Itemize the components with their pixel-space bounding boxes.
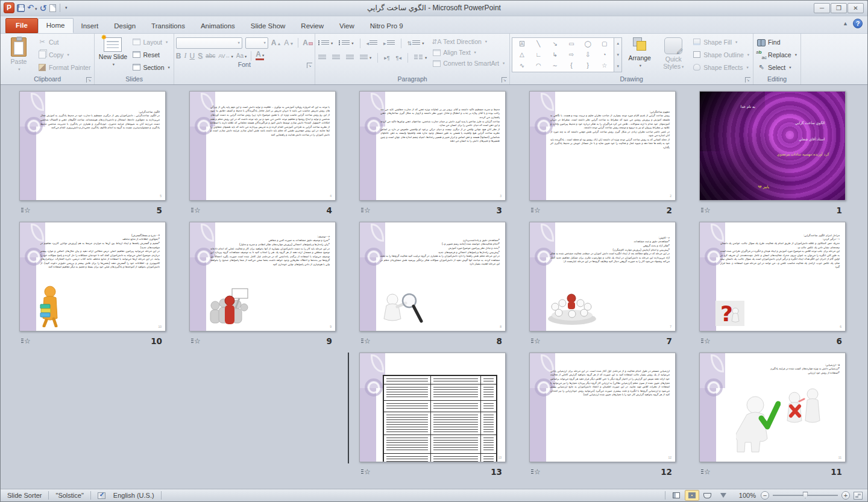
theme-status[interactable]: "Solstice" <box>49 489 90 501</box>
restore-button[interactable]: ❐ <box>831 3 847 13</box>
triangle-shape-icon[interactable]: △ <box>520 52 524 58</box>
slide-thumbnail-7[interactable]: ۲ - كاوش: *مشاهده‌ي دقيق و ثبت مشاهدات *… <box>529 222 676 331</box>
drawing-dialog-launcher[interactable]: ↘ <box>745 77 750 83</box>
new-document-icon[interactable] <box>49 4 56 12</box>
shapes-gallery[interactable]: A╲↘▭◯▢△∟↳⇨⇩◔∿◠∼{}☆ <box>512 37 614 72</box>
transition-star-icon[interactable]: ☆ <box>21 337 31 345</box>
transition-star-icon[interactable]: ☆ <box>701 468 711 475</box>
slide-thumbnail-3[interactable]: محيط و تجربه مستقيم تاكيد داشتند و آقاي … <box>359 91 506 201</box>
transition-star-icon[interactable]: ☆ <box>21 207 31 214</box>
section-button[interactable]: Section▾ <box>130 62 171 73</box>
tab-slide-show[interactable]: Slide Show <box>243 19 294 33</box>
grow-font-button[interactable]: A▲ <box>271 39 281 47</box>
arc-shape-icon[interactable]: ◠ <box>536 63 541 69</box>
down-arrow-shape-icon[interactable]: ⇩ <box>585 52 590 58</box>
slide-thumbnail-1[interactable]: به نام خداالگوي ساخت گرايياستاد:آقاي شعل… <box>699 91 846 201</box>
change-case-button[interactable]: Aa▾ <box>236 52 247 59</box>
slide-sorter-area[interactable]: به نام خداالگوي ساخت گرايياستاد:آقاي شعل… <box>1 85 867 489</box>
tab-nitro-pro-9[interactable]: Nitro Pro 9 <box>362 19 411 33</box>
tab-review[interactable]: Review <box>293 19 332 33</box>
increase-indent-button[interactable]: ▸ <box>382 39 396 48</box>
align-text-button[interactable]: Align Text▾ <box>430 48 506 58</box>
clear-formatting-button[interactable]: A <box>303 39 313 47</box>
shape-fill-button[interactable]: Shape Fill▾ <box>691 37 751 48</box>
fit-to-window-button[interactable] <box>854 492 863 500</box>
tab-home[interactable]: Home <box>38 18 74 33</box>
transition-star-icon[interactable]: ☆ <box>701 207 711 214</box>
scribble-shape-icon[interactable]: ∿ <box>520 63 524 69</box>
font-name-combo[interactable]: ▾ <box>176 37 242 49</box>
right-brace-shape-icon[interactable]: } <box>587 63 589 69</box>
align-center-button[interactable] <box>331 54 341 61</box>
slide-thumbnail-12[interactable]: ارزشيابي مستمر در طول انجام فعاليت و از … <box>529 353 676 462</box>
arrange-button[interactable]: Arrange▾ <box>623 35 656 69</box>
shape-outline-button[interactable]: Shape Outline▾ <box>691 49 751 60</box>
elbow-arrow-connector-shape-icon[interactable]: ↳ <box>552 52 557 58</box>
rtl-direction-button[interactable]: ¶◂ <box>395 54 403 62</box>
numbering-button[interactable]: ▾ <box>338 39 354 47</box>
shape-effects-button[interactable]: Shape Effects▾ <box>691 62 751 73</box>
star-shape-icon[interactable]: ☆ <box>602 63 607 69</box>
slide-thumbnail-6[interactable]: مراحل اجراي الگوي ساخت‌گرايي: ۱ - درگير … <box>699 222 846 331</box>
paragraph-dialog-launcher[interactable]: ↘ <box>502 77 507 83</box>
slide-thumbnail-5[interactable]: الگوي ساخت‌گرايي: در الگوي ساخت‌گرايي ، … <box>19 91 166 201</box>
rectangle-shape-icon[interactable]: ▭ <box>568 41 574 47</box>
oval-shape-icon[interactable]: ◯ <box>585 41 591 47</box>
transition-star-icon[interactable]: ☆ <box>701 337 711 345</box>
transition-star-icon[interactable]: ☆ <box>531 337 541 345</box>
zoom-slider-thumb[interactable] <box>803 492 808 498</box>
curve-shape-icon[interactable]: ∼ <box>552 63 557 69</box>
font-size-combo[interactable]: ▾ <box>245 37 268 49</box>
tab-view[interactable]: View <box>332 19 362 33</box>
columns-button[interactable]: ▾ <box>413 54 428 61</box>
tab-file[interactable]: File <box>5 18 38 33</box>
powerpoint-logo-icon[interactable]: P <box>4 2 14 13</box>
zoom-out-button[interactable]: − <box>761 491 769 500</box>
help-icon[interactable]: ? <box>853 19 863 28</box>
customize-qat-icon[interactable]: ▾ <box>65 5 68 10</box>
zoom-in-button[interactable]: + <box>841 491 850 500</box>
tab-animations[interactable]: Animations <box>193 19 243 33</box>
clipboard-dialog-launcher[interactable]: ↘ <box>86 77 92 83</box>
strikethrough-button[interactable]: abc <box>206 52 215 59</box>
copy-button[interactable]: Copy▾ <box>36 49 92 60</box>
bullets-button[interactable]: ▾ <box>317 39 334 47</box>
text-direction-button[interactable]: ⇵AText Direction▾ <box>430 37 506 47</box>
find-button[interactable]: Find <box>755 37 799 48</box>
justify-button[interactable]: ▾ <box>359 54 373 61</box>
redo-icon[interactable]: ↺ <box>39 4 47 12</box>
slide-thumbnail-11[interactable]: ۵ - ارزشيابي: *ارزشيابي دانش به ويژه مها… <box>699 353 846 462</box>
text-shadow-button[interactable]: S <box>198 52 203 60</box>
decrease-indent-button[interactable]: ◂ <box>365 39 379 48</box>
text-box-shape-icon[interactable]: A <box>520 41 525 46</box>
transition-star-icon[interactable]: ☆ <box>191 207 201 214</box>
normal-view-button[interactable] <box>669 490 684 501</box>
left-brace-shape-icon[interactable]: { <box>570 63 572 69</box>
undo-icon[interactable]: ↶▾ <box>27 4 37 12</box>
line-spacing-button[interactable]: ⇅▾ <box>406 39 426 48</box>
pie-shape-icon[interactable]: ◔ <box>603 52 606 58</box>
transition-star-icon[interactable]: ☆ <box>191 337 201 345</box>
minimize-button[interactable]: ─ <box>814 3 830 13</box>
rounded-rectangle-shape-icon[interactable]: ▢ <box>602 41 607 47</box>
paste-button[interactable]: Paste▾ <box>2 35 35 72</box>
slideshow-view-button[interactable] <box>716 490 731 501</box>
tab-transitions[interactable]: Transitions <box>143 19 193 33</box>
shrink-font-button[interactable]: A▼ <box>284 39 294 47</box>
spellcheck-status[interactable] <box>91 489 112 501</box>
slide-thumbnail-13[interactable]: 13 <box>359 353 506 462</box>
cut-button[interactable]: ✂Cut <box>36 37 92 48</box>
convert-to-smartart-button[interactable]: Convert to SmartArt▾ <box>430 58 506 69</box>
tab-design[interactable]: Design <box>106 19 143 33</box>
layout-button[interactable]: Layout▾ <box>130 37 171 48</box>
zoom-percent[interactable]: 100% <box>734 492 761 499</box>
transition-star-icon[interactable]: ☆ <box>531 207 541 214</box>
character-spacing-button[interactable]: AV↔▾ <box>218 53 233 59</box>
right-arrow-shape-icon[interactable]: ⇨ <box>569 52 574 58</box>
align-left-button[interactable] <box>317 54 327 61</box>
font-dialog-launcher[interactable]: ↘ <box>307 63 312 68</box>
select-button[interactable]: ⇖Select▾ <box>755 62 799 73</box>
replace-button[interactable]: abacReplace▾ <box>755 49 799 60</box>
transition-star-icon[interactable]: ☆ <box>361 468 371 475</box>
slide-thumbnail-4[interactable]: با توجه به اين كه امروزه رويكرد آموزشي ب… <box>189 91 336 201</box>
